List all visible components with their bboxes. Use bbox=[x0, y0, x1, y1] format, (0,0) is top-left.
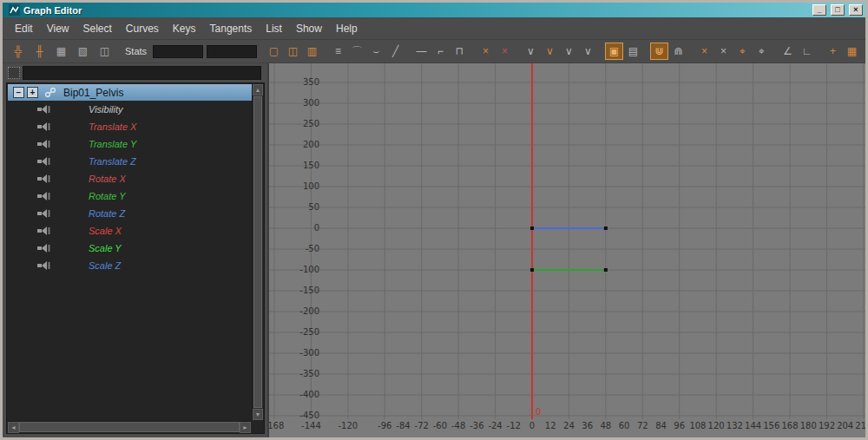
stacked-view-icon[interactable]: ◫ bbox=[284, 43, 302, 60]
menu-item-edit[interactable]: Edit bbox=[8, 20, 40, 37]
channel-row[interactable]: Translate Z bbox=[8, 153, 252, 170]
minimize-button[interactable]: _ bbox=[812, 4, 826, 16]
channel-mute-icon[interactable] bbox=[37, 157, 50, 166]
channel-row[interactable]: Rotate Z bbox=[8, 205, 252, 222]
plateau-tangents-icon[interactable]: ⊓ bbox=[450, 43, 469, 60]
x-axis-tick-label: 192 bbox=[819, 421, 835, 430]
step-tangents-icon[interactable]: ⌐ bbox=[431, 43, 450, 60]
vertical-scrollbar-thumb[interactable] bbox=[253, 96, 262, 408]
stats-field-1[interactable] bbox=[153, 45, 203, 58]
channel-row[interactable]: Scale Y bbox=[8, 240, 252, 257]
pre-infinity-cycle-icon[interactable]: ∠ bbox=[779, 43, 797, 60]
normalized-view-icon[interactable]: ▥ bbox=[303, 43, 321, 60]
channel-mute-icon[interactable] bbox=[37, 122, 50, 131]
x-axis-tick-label: -168 bbox=[269, 421, 284, 430]
load-current-selection-icon[interactable]: ▤ bbox=[624, 43, 642, 60]
channel-mute-icon[interactable] bbox=[37, 261, 50, 270]
move-nearest-picked-key-tool-icon[interactable]: ╬ bbox=[8, 43, 28, 60]
template-channel-icon[interactable]: × bbox=[695, 43, 713, 60]
unify-tangents-icon[interactable]: ∨ bbox=[541, 43, 559, 60]
pin-channel-icon[interactable]: ⌖ bbox=[733, 43, 752, 60]
x-axis-tick-label: 12 bbox=[545, 421, 556, 430]
lock-tangent-weight-icon[interactable]: ∨ bbox=[579, 43, 597, 60]
menu-item-select[interactable]: Select bbox=[76, 20, 118, 37]
free-tangent-weight-icon[interactable]: ∨ bbox=[560, 43, 578, 60]
x-axis-tick-label: 120 bbox=[708, 421, 725, 430]
absolute-view-icon[interactable]: ▢ bbox=[265, 43, 283, 60]
channel-row[interactable]: Translate X bbox=[8, 118, 252, 135]
node-icon bbox=[44, 87, 56, 98]
window-title: Graph Editor bbox=[23, 5, 808, 16]
close-button[interactable]: × bbox=[849, 4, 863, 16]
dope-sheet-icon[interactable]: ▦ bbox=[843, 43, 861, 60]
auto-load-graph-editor-icon[interactable]: ▣ bbox=[605, 43, 623, 60]
selected-node-row[interactable]: − + Bip01_Pelvis bbox=[8, 84, 252, 101]
horizontal-scrollbar-thumb[interactable] bbox=[19, 422, 240, 432]
x-axis-tick-label: -60 bbox=[433, 421, 447, 430]
keyframe[interactable] bbox=[604, 227, 608, 230]
select-keys-tool-icon[interactable]: ▧ bbox=[73, 43, 93, 60]
keyframe[interactable] bbox=[530, 268, 534, 272]
menu-item-list[interactable]: List bbox=[259, 20, 289, 37]
menu-item-show[interactable]: Show bbox=[289, 20, 329, 37]
channel-mute-icon[interactable] bbox=[37, 105, 50, 114]
unpin-channel-icon[interactable]: ⌖ bbox=[753, 43, 771, 60]
expand-button[interactable]: + bbox=[27, 87, 38, 98]
channel-mute-icon[interactable] bbox=[37, 209, 50, 218]
outliner-horizontal-scrollbar[interactable]: ◄ ► bbox=[8, 421, 251, 432]
scroll-right-button[interactable]: ► bbox=[240, 422, 251, 433]
outliner-filter-icon[interactable] bbox=[8, 67, 20, 79]
buffer-curve-snapshot-icon[interactable]: × bbox=[477, 43, 495, 60]
time-snap-icon[interactable]: ⋓ bbox=[650, 43, 668, 60]
channel-row[interactable]: Scale X bbox=[8, 222, 252, 240]
spline-tangents-icon[interactable]: ⌒ bbox=[348, 43, 366, 60]
graph-view[interactable]: 350300250200150100500-50-100-150-200-250… bbox=[267, 63, 865, 437]
channel-mute-icon[interactable] bbox=[37, 140, 50, 148]
value-snap-icon[interactable]: ⋒ bbox=[669, 43, 687, 60]
graph-canvas[interactable]: 350300250200150100500-50-100-150-200-250… bbox=[269, 63, 865, 437]
channel-mute-icon[interactable] bbox=[37, 192, 50, 200]
stats-field-2[interactable] bbox=[207, 45, 257, 58]
keyframe[interactable] bbox=[604, 268, 608, 272]
node-label: Bip01_Pelvis bbox=[63, 87, 123, 99]
add-keys-tool-icon[interactable]: + bbox=[824, 43, 842, 60]
insert-key-icon[interactable]: ≡ bbox=[329, 43, 347, 60]
outliner-search-input[interactable] bbox=[23, 66, 261, 80]
flat-tangents-icon[interactable]: — bbox=[412, 43, 431, 60]
keyframe[interactable] bbox=[530, 227, 534, 230]
menu-item-view[interactable]: View bbox=[40, 20, 76, 37]
break-tangents-icon[interactable]: ∨ bbox=[522, 43, 540, 60]
outliner-filter-row bbox=[8, 65, 261, 80]
maximize-button[interactable]: □ bbox=[831, 4, 845, 16]
menu-item-help[interactable]: Help bbox=[329, 20, 365, 37]
x-axis-tick-label: 60 bbox=[619, 421, 630, 430]
title-bar[interactable]: Graph Editor _ □ × bbox=[3, 3, 865, 17]
insert-keys-tool-icon[interactable]: ╫ bbox=[30, 43, 49, 60]
post-infinity-cycle-icon[interactable]: ∟ bbox=[798, 43, 816, 60]
linear-tangents-icon[interactable]: ╱ bbox=[386, 43, 404, 60]
channel-mute-icon[interactable] bbox=[37, 174, 50, 183]
clamped-tangents-icon[interactable]: ⌣ bbox=[367, 43, 385, 60]
collapse-button[interactable]: − bbox=[13, 87, 24, 98]
lattice-deform-keys-tool-icon[interactable]: ▦ bbox=[51, 43, 71, 60]
channel-row[interactable]: Rotate X bbox=[8, 170, 252, 187]
channel-label: Translate X bbox=[89, 121, 136, 132]
menu-item-curves[interactable]: Curves bbox=[119, 20, 166, 37]
untemplate-channel-icon[interactable]: × bbox=[714, 43, 733, 60]
trax-editor-icon[interactable]: ▤ bbox=[862, 43, 868, 60]
channel-row[interactable]: Visibility bbox=[8, 101, 252, 118]
scroll-left-button[interactable]: ◄ bbox=[8, 422, 19, 433]
menu-item-tangents[interactable]: Tangents bbox=[203, 20, 260, 37]
channel-row[interactable]: Scale Z bbox=[8, 257, 252, 274]
channel-mute-icon[interactable] bbox=[37, 227, 50, 235]
scroll-up-button[interactable]: ▲ bbox=[253, 84, 263, 95]
channel-row[interactable]: Translate Y bbox=[8, 135, 252, 153]
region-keys-tool-icon[interactable]: ◫ bbox=[95, 43, 115, 60]
x-axis-tick-label: 108 bbox=[689, 421, 706, 430]
swap-buffer-curves-icon[interactable]: × bbox=[496, 43, 514, 60]
channel-row[interactable]: Rotate Y bbox=[8, 187, 252, 205]
outliner-vertical-scrollbar[interactable]: ▲ ▼ bbox=[252, 84, 263, 420]
scroll-down-button[interactable]: ▼ bbox=[253, 409, 263, 420]
channel-mute-icon[interactable] bbox=[37, 244, 50, 253]
menu-item-keys[interactable]: Keys bbox=[166, 20, 203, 37]
